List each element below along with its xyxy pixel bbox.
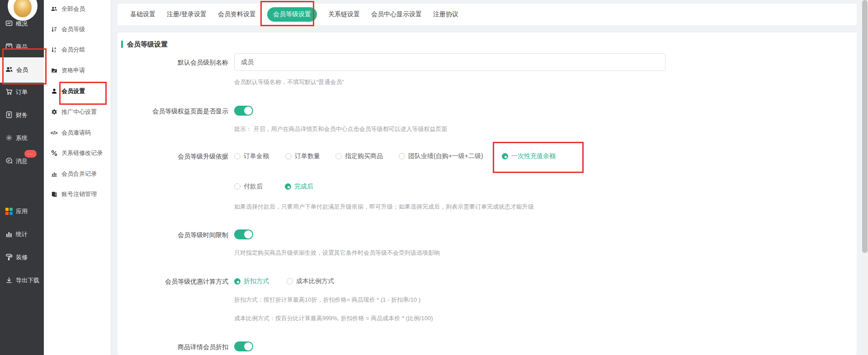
tab-member-center-display-settings[interactable]: 会员中心显示设置 [371,10,422,19]
submenu-item-invite-code[interactable]: </> 会员邀请码 [44,125,111,141]
sidebar-item-members[interactable]: 会员 [0,57,44,83]
submenu-item-label: 关系链修改记录 [61,149,103,157]
submenu-item-account-cancel[interactable]: 账号注销管理 [44,186,111,202]
discount-mode-help: 折扣方式：按打折计算最高10折，折扣价格= 商品现价 * (1 - 折扣率/10… [234,296,420,304]
level-time-limit-help: 只对指定购买商品升级依据生效，设置其它条件时会员等级不会受到该选项影响 [234,249,440,257]
radio-after-payment[interactable]: 付款后 [234,182,263,191]
submenu-item-member-settings[interactable]: 会员设置 [44,83,111,99]
sidebar-item-label: 概况 [16,20,28,28]
sidebar-item-label: 统计 [16,230,28,238]
sidebar-item-goods[interactable]: 商品 [0,38,44,56]
sidebar-item-decorate[interactable]: 装修 [0,248,44,266]
submenu-item-promotion-settings[interactable]: 推广中心设置 [44,104,111,120]
scrollbar-track [862,0,868,355]
member-level-settings-card [118,33,857,355]
finance-icon [5,111,13,120]
section-title-bar [121,41,123,48]
sidebar-item-export[interactable]: 导出下载 [0,271,44,290]
submenu-item-label: 资格申请 [61,66,85,75]
merge-record-icon [51,171,57,178]
tab-basic-settings[interactable]: 基础设置 [130,10,156,19]
sidebar-item-orders[interactable]: 订单 [0,83,44,101]
sidebar-item-finance[interactable]: 财务 [0,106,44,124]
submenu-item-all-members[interactable]: 全部会员 [44,1,111,17]
relation-log-icon [51,150,57,157]
scrollbar-thumb[interactable] [862,0,868,253]
system-icon [5,134,13,143]
submenu-item-label: 账号注销管理 [61,190,97,198]
submenu-item-qualification[interactable]: 资格申请 [44,62,111,79]
all-members-icon [51,6,57,13]
submenu-item-label: 推广中心设置 [61,108,97,116]
message-icon [5,157,13,166]
members-icon [5,66,13,75]
submenu-item-member-group[interactable]: AZ 会员分组 [44,42,111,58]
tab-register-agreement[interactable]: 注册协议 [433,10,458,19]
radio-after-completion[interactable]: 完成后 [285,182,313,191]
radio-team-performance[interactable]: 团队业绩(自购+一级+二级) [399,152,483,160]
tab-relation-chain-settings[interactable]: 关系链设置 [328,10,360,19]
radio-icon [285,153,292,159]
radio-icon [234,183,241,190]
sidebar-item-label: 财务 [16,111,28,119]
sidebar-item-label: 商品 [16,43,28,51]
qualification-icon [51,67,57,74]
submenu-item-label: 会员邀请码 [61,129,91,137]
overview-icon [5,20,13,28]
tab-member-level-settings[interactable]: 会员等级设置 [267,7,317,22]
page: 概况 商品 会员 订单 财务 系统 消息 ... 应用 [0,0,868,355]
sidebar-item-label: 消息 [16,157,28,165]
level-time-limit-toggle[interactable] [234,229,253,239]
radio-order-amount[interactable]: 订单金额 [234,152,269,160]
sidebar-item-stats[interactable]: 统计 [0,225,44,243]
export-icon [5,276,13,285]
main-sidebar: 概况 商品 会员 订单 财务 系统 消息 ... 应用 [0,0,44,355]
svg-text:Z: Z [54,50,56,53]
radio-icon [285,183,291,190]
radio-order-quantity[interactable]: 订单数量 [285,152,320,160]
product-detail-discount-label: 商品详情会员折扣 [124,343,228,351]
default-level-name-help: 会员默认等级名称，不填写默认“普通会员” [234,78,344,86]
orders-icon [5,88,13,97]
submenu-item-merge-record[interactable]: 会员合并记录 [44,166,111,182]
settings-tabbar: 基础设置 注册/登录设置 会员资料设置 会员等级设置 关系链设置 会员中心显示设… [118,4,857,25]
promotion-settings-icon [51,109,57,116]
sidebar-item-apps[interactable]: 应用 [0,202,44,220]
radio-one-time-recharge[interactable]: 一次性充值余额 [502,152,556,160]
sidebar-item-system[interactable]: 系统 [0,129,44,147]
tab-member-profile-settings[interactable]: 会员资料设置 [218,10,256,19]
submenu-item-relation-log[interactable]: 关系链修改记录 [44,145,111,161]
benefit-page-visible-help: 提示： 开启，用户在商品详情页和会员中心点击会员等级都可以进入等级权益页面 [234,125,448,133]
member-group-icon: AZ [51,47,57,53]
upgrade-timing-help: 如果选择付款后，只要用户下单付款满足升级依据，即可升级；如果选择完成后，则表示需… [234,203,534,211]
stats-icon [5,230,13,239]
toggle-knob [244,342,252,350]
svg-text:A: A [54,47,57,50]
radio-specified-product[interactable]: 指定购买商品 [335,152,383,160]
product-detail-discount-toggle[interactable] [234,341,253,351]
discount-calc-label: 会员等级优惠计算方式 [124,278,228,286]
radio-icon [399,153,405,159]
apps-icon [5,208,13,215]
upgrade-basis-label: 会员等级升级依据 [124,153,228,161]
submenu-item-member-level[interactable]: 会员等级 [44,21,111,37]
goods-icon [5,43,13,51]
member-submenu: 全部会员 会员等级 AZ 会员分组 资格申请 会员设置 推广中心设置 </> 会… [44,0,111,355]
decorate-icon [5,253,13,262]
submenu-item-label: 会员分组 [61,46,85,54]
default-level-name-label: 默认会员级别名称 [124,59,228,67]
default-level-name-input[interactable] [234,53,665,71]
submenu-item-label: 会员合并记录 [61,170,97,178]
radio-cost-ratio-mode[interactable]: 成本比例方式 [287,277,334,285]
sidebar-item-label: 导出下载 [16,276,39,285]
benefit-page-visible-toggle[interactable] [234,106,253,116]
submenu-item-label: 全部会员 [61,5,85,13]
tab-register-login-settings[interactable]: 注册/登录设置 [167,10,207,19]
sidebar-item-messages[interactable]: 消息 [0,152,44,170]
sidebar-item-overview[interactable]: 概况 [0,15,44,33]
section-title: 会员等级设置 [127,40,168,49]
radio-icon [287,278,293,285]
radio-discount-mode[interactable]: 折扣方式 [234,277,269,285]
benefit-page-visible-label: 会员等级权益页面是否显示 [124,107,228,116]
radio-icon [234,278,241,285]
